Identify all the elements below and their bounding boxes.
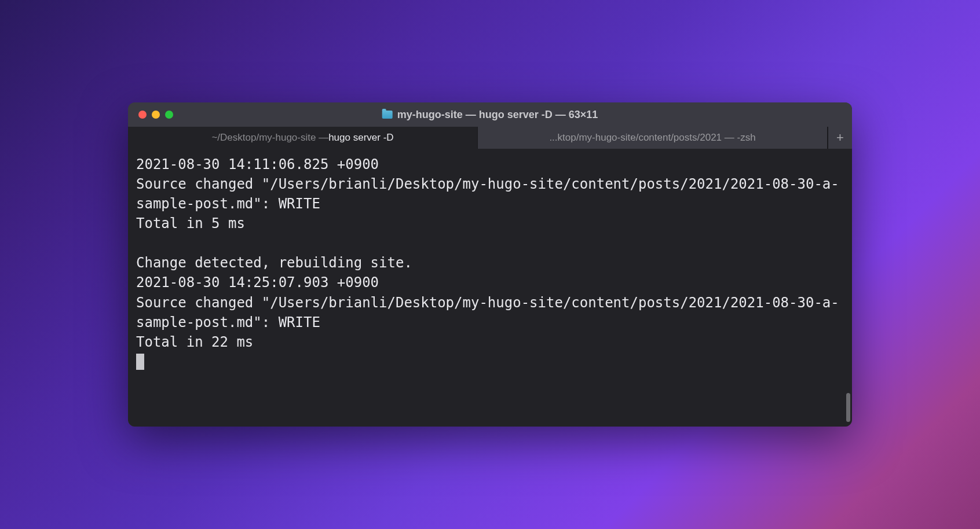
cursor — [136, 354, 144, 370]
window-title: my-hugo-site — hugo server -D — 63×11 — [382, 109, 598, 121]
close-button[interactable] — [138, 111, 147, 119]
new-tab-button[interactable]: + — [828, 127, 852, 149]
output-line: Total in 22 ms — [136, 334, 253, 350]
plus-icon: + — [836, 130, 844, 145]
folder-icon — [382, 111, 393, 119]
minimize-button[interactable] — [152, 111, 160, 119]
traffic-lights — [138, 111, 173, 119]
terminal-window: my-hugo-site — hugo server -D — 63×11 ~/… — [128, 102, 852, 427]
tab-hugo-server[interactable]: ~/Desktop/my-hugo-site — hugo server -D — [128, 127, 478, 149]
output-line: 2021-08-30 14:25:07.903 +0900 — [136, 274, 379, 291]
tab-label-path: ~/Desktop/my-hugo-site — — [211, 132, 328, 144]
titlebar[interactable]: my-hugo-site — hugo server -D — 63×11 — [128, 102, 852, 127]
output-line: Source changed "/Users/brianli/Desktop/m… — [136, 176, 839, 212]
output-line: Change detected, rebuilding site. — [136, 255, 412, 271]
output-line: 2021-08-30 14:11:06.825 +0900 — [136, 156, 379, 172]
tabbar: ~/Desktop/my-hugo-site — hugo server -D … — [128, 127, 852, 149]
window-title-text: my-hugo-site — hugo server -D — 63×11 — [397, 109, 598, 121]
tab-label-command: hugo server -D — [328, 132, 393, 144]
output-line: Total in 5 ms — [136, 215, 245, 232]
output-line: Source changed "/Users/brianli/Desktop/m… — [136, 295, 839, 330]
maximize-button[interactable] — [165, 111, 173, 119]
scrollbar[interactable] — [846, 393, 850, 422]
tab-zsh[interactable]: ...ktop/my-hugo-site/content/posts/2021 … — [478, 127, 828, 149]
tab-label: ...ktop/my-hugo-site/content/posts/2021 … — [549, 132, 755, 144]
terminal-output[interactable]: 2021-08-30 14:11:06.825 +0900 Source cha… — [128, 149, 852, 427]
